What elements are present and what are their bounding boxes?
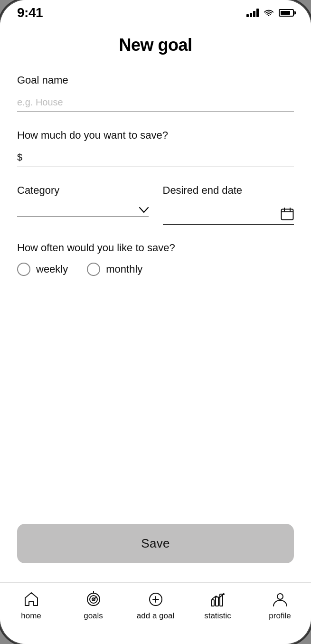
- goal-name-input[interactable]: [17, 93, 294, 112]
- goal-name-label: Goal name: [17, 74, 294, 86]
- tab-profile[interactable]: profile: [249, 590, 311, 621]
- category-label: Category: [17, 184, 149, 197]
- page-title: New goal: [17, 35, 294, 55]
- save-amount-section: How much do you want to save? $: [17, 129, 294, 167]
- monthly-option[interactable]: monthly: [87, 263, 142, 276]
- battery-icon: [279, 9, 294, 17]
- status-icons: [246, 9, 294, 17]
- svg-rect-13: [216, 597, 218, 606]
- phone-frame: 9:41 New goal: [0, 0, 311, 644]
- save-amount-label: How much do you want to save?: [17, 129, 294, 142]
- weekly-radio[interactable]: [17, 263, 30, 276]
- add-goal-icon: [147, 590, 165, 608]
- goal-name-section: Goal name: [17, 74, 294, 112]
- monthly-label: monthly: [106, 263, 142, 275]
- category-select[interactable]: [17, 203, 149, 217]
- tab-add-goal-label: add a goal: [137, 611, 174, 621]
- currency-symbol: $: [17, 152, 22, 163]
- frequency-section: How often would you like to save? weekly…: [17, 242, 294, 276]
- tab-statistic[interactable]: statistic: [187, 590, 249, 621]
- tab-home[interactable]: home: [0, 590, 62, 621]
- signal-icon: [246, 9, 259, 17]
- weekly-label: weekly: [36, 263, 68, 275]
- save-button[interactable]: Save: [17, 524, 294, 563]
- calendar-icon: [281, 207, 294, 220]
- end-date-col: Desired end date: [163, 184, 294, 225]
- tab-profile-label: profile: [269, 611, 291, 621]
- tab-goals-label: goals: [84, 611, 103, 621]
- svg-point-16: [277, 594, 283, 599]
- profile-icon: [271, 590, 289, 608]
- status-bar: 9:41: [0, 0, 311, 26]
- amount-input[interactable]: [25, 152, 294, 163]
- category-col: Category: [17, 184, 149, 225]
- monthly-radio[interactable]: [87, 263, 100, 276]
- tab-add-goal[interactable]: add a goal: [124, 590, 187, 621]
- tab-bar: home goals add a goal: [0, 582, 311, 644]
- end-date-label: Desired end date: [163, 184, 294, 197]
- category-date-row: Category Desired end date: [17, 184, 294, 225]
- statistic-icon: [209, 590, 227, 608]
- frequency-label: How often would you like to save?: [17, 242, 294, 254]
- wifi-icon: [264, 9, 274, 17]
- form-content: New goal Goal name How much do you want …: [0, 26, 311, 582]
- tab-goals[interactable]: goals: [62, 590, 124, 621]
- content-spacer: [17, 293, 294, 514]
- svg-point-15: [223, 593, 225, 595]
- save-btn-wrapper: Save: [17, 514, 294, 568]
- svg-rect-12: [211, 600, 214, 606]
- tab-statistic-label: statistic: [204, 611, 231, 621]
- chevron-down-icon: [139, 207, 149, 213]
- weekly-option[interactable]: weekly: [17, 263, 68, 276]
- home-icon: [22, 590, 40, 608]
- tab-home-label: home: [21, 611, 41, 621]
- date-picker[interactable]: [163, 203, 294, 225]
- radio-group: weekly monthly: [17, 263, 294, 276]
- amount-input-wrapper: $: [17, 148, 294, 167]
- goals-icon: [85, 590, 103, 608]
- svg-rect-0: [282, 209, 293, 220]
- status-time: 9:41: [17, 5, 43, 20]
